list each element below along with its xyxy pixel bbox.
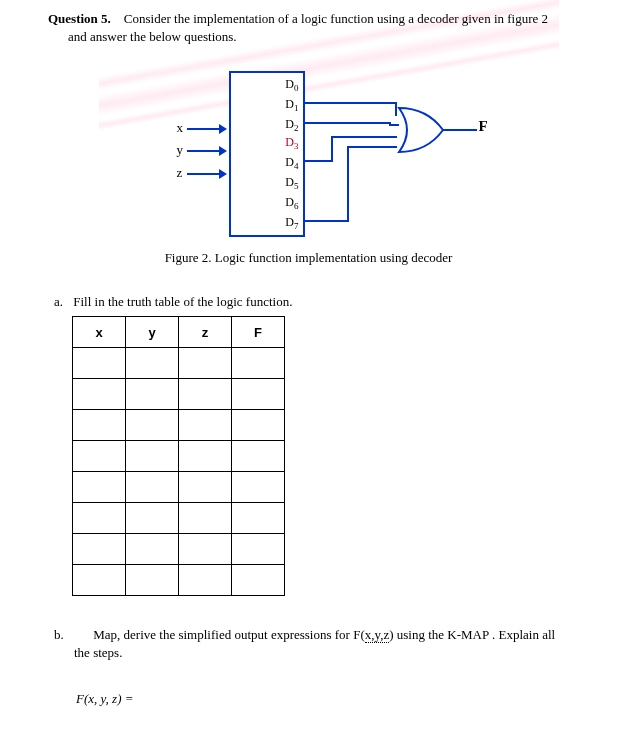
table-row — [73, 472, 285, 503]
decoder-output-d4: D4 — [285, 155, 298, 171]
wire — [331, 136, 397, 138]
decoder-output-d7: D7 — [285, 215, 298, 231]
figure-caption: Figure 2. Logic function implementation … — [48, 250, 569, 266]
decoder-output-d5: D5 — [285, 175, 298, 191]
table-row — [73, 565, 285, 596]
wire — [303, 220, 349, 222]
question-prompt-line2: and answer the below questions. — [68, 29, 237, 44]
wire — [187, 128, 221, 130]
input-label-z: z — [177, 165, 183, 181]
part-b-text2: ) using the K-MAP . Explain all — [389, 627, 555, 642]
wire — [187, 173, 221, 175]
table-row — [73, 534, 285, 565]
wire — [347, 146, 397, 148]
wire — [303, 122, 391, 124]
arrow-icon — [219, 146, 227, 156]
output-label-f: F — [479, 118, 488, 135]
decoder-output-d3: D3 — [285, 135, 298, 151]
wire — [331, 136, 333, 162]
col-x: x — [73, 317, 126, 348]
decoder-output-d1: D1 — [285, 97, 298, 113]
col-z: z — [179, 317, 232, 348]
wire — [303, 102, 397, 104]
table-row — [73, 379, 285, 410]
wire — [453, 129, 477, 131]
part-b-vars: x,y,z — [365, 627, 389, 643]
decoder-output-d6: D6 — [285, 195, 298, 211]
input-label-x: x — [177, 120, 184, 136]
part-b-line2: the steps. — [74, 645, 122, 660]
table-row — [73, 503, 285, 534]
truth-table: x y z F — [72, 316, 285, 596]
decoder-box: D0 D1 D2 D3 D4 D5 D6 D7 — [229, 71, 305, 237]
decoder-output-d2: D2 — [285, 117, 298, 133]
question-number: Question 5. — [48, 11, 111, 26]
col-y: y — [126, 317, 179, 348]
fx-expression: F(x, y, z) = — [76, 691, 569, 707]
part-a-text: Fill in the truth table of the logic fun… — [73, 294, 292, 309]
wire — [347, 146, 349, 222]
col-f: F — [232, 317, 285, 348]
wire — [303, 160, 333, 162]
or-gate-icon — [397, 106, 457, 154]
figure-2: x y z D0 D1 D2 D3 D4 D5 D6 D7 — [119, 66, 499, 246]
part-a-prompt: a. Fill in the truth table of the logic … — [54, 294, 569, 310]
part-b-text1: Map, derive the simplified output expres… — [93, 627, 365, 642]
table-row — [73, 348, 285, 379]
part-a-letter: a. — [54, 294, 70, 310]
decoder-output-d0: D0 — [285, 77, 298, 93]
part-b-letter: b. — [54, 626, 70, 644]
arrow-icon — [219, 169, 227, 179]
wire — [187, 150, 221, 152]
arrow-icon — [219, 124, 227, 134]
input-label-y: y — [177, 142, 184, 158]
table-row — [73, 410, 285, 441]
table-row — [73, 441, 285, 472]
table-header-row: x y z F — [73, 317, 285, 348]
part-b-prompt: b. Map, derive the simplified output exp… — [54, 626, 569, 661]
